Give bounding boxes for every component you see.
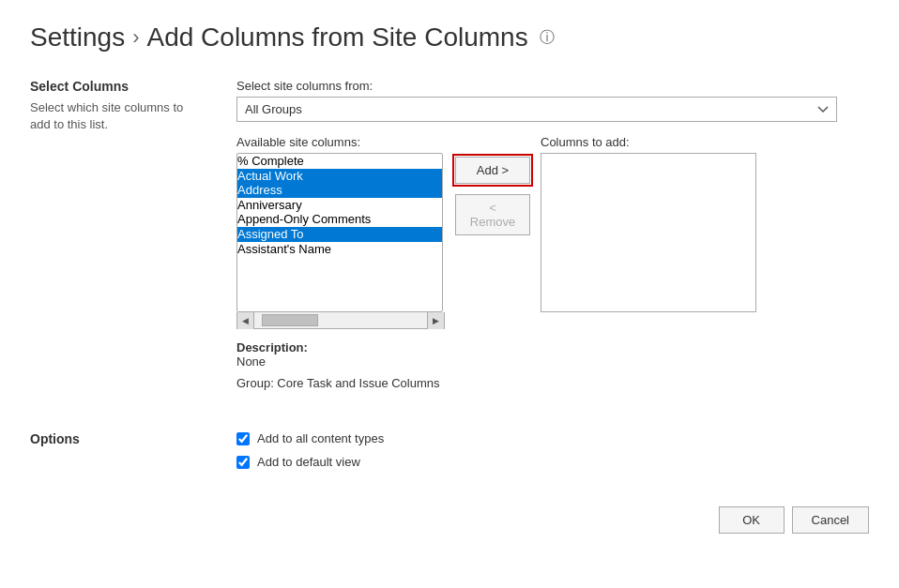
group-section: Group: Core Task and Issue Columns — [236, 376, 869, 390]
list-item[interactable]: Anniversary — [237, 198, 442, 213]
add-column-button[interactable]: Add > — [455, 157, 530, 184]
add-to-default-view-label: Add to default view — [257, 455, 360, 469]
options-list: Add to all content types Add to default … — [236, 431, 384, 469]
list-item[interactable]: Assigned To — [237, 227, 442, 242]
available-columns-list[interactable]: % Complete Actual Work Address Anniversa… — [236, 153, 443, 312]
ok-button[interactable]: OK — [719, 506, 785, 534]
columns-to-add-list — [541, 153, 756, 312]
page-title: Add Columns from Site Columns — [147, 23, 528, 53]
columns-section: Available site columns: % Complete Actua… — [236, 135, 869, 329]
site-columns-label: Select site columns from: — [236, 79, 869, 93]
available-columns-label: Available site columns: — [236, 135, 445, 149]
page-container: Settings › Add Columns from Site Columns… — [0, 0, 899, 556]
add-to-default-view-checkbox[interactable] — [236, 456, 250, 469]
add-button-wrapper: Add > — [452, 154, 533, 187]
description-section: Description: None — [236, 340, 869, 369]
columns-to-add-label: Columns to add: — [541, 135, 756, 149]
scroll-track — [254, 312, 427, 328]
columns-to-add-container: Columns to add: — [541, 135, 756, 312]
add-to-content-types-row[interactable]: Add to all content types — [236, 431, 384, 445]
scroll-thumb — [262, 314, 318, 326]
options-section: Options Add to all content types Add to … — [30, 420, 869, 469]
description-label: Description: — [236, 340, 308, 354]
add-to-content-types-label: Add to all content types — [257, 431, 384, 445]
breadcrumb-settings: Settings — [30, 23, 125, 53]
section-title: Select Columns — [30, 79, 199, 94]
options-title: Options — [30, 431, 199, 469]
description-value: None — [236, 354, 266, 369]
list-item[interactable]: Append-Only Comments — [237, 212, 442, 227]
list-item[interactable]: Assistant's Name — [237, 242, 442, 257]
remove-column-button[interactable]: < Remove — [455, 194, 530, 235]
site-columns-row: Select site columns from: All Groups Bas… — [236, 79, 869, 122]
add-remove-buttons-container: Add > < Remove — [452, 135, 533, 235]
page-header: Settings › Add Columns from Site Columns… — [30, 23, 869, 53]
section-description: Select which site columns to add to this… — [30, 99, 199, 133]
horizontal-scrollbar: ◀ ▶ — [236, 312, 445, 329]
list-item[interactable]: Actual Work — [237, 169, 442, 184]
cancel-button[interactable]: Cancel — [792, 506, 869, 534]
list-item[interactable]: Address — [237, 183, 442, 198]
scroll-right-button[interactable]: ▶ — [427, 312, 444, 329]
available-columns-container: Available site columns: % Complete Actua… — [236, 135, 445, 329]
left-panel: Select Columns Select which site columns… — [30, 79, 199, 390]
footer-buttons: OK Cancel — [30, 499, 869, 534]
scroll-left-button[interactable]: ◀ — [237, 312, 254, 329]
add-to-content-types-checkbox[interactable] — [236, 432, 250, 445]
right-panel: Select site columns from: All Groups Bas… — [236, 79, 869, 390]
content-area: Select Columns Select which site columns… — [30, 79, 869, 390]
add-to-default-view-row[interactable]: Add to default view — [236, 455, 384, 469]
info-icon[interactable]: ⓘ — [540, 28, 555, 48]
list-item[interactable]: % Complete — [237, 154, 442, 169]
breadcrumb-separator: › — [132, 25, 139, 50]
site-columns-dropdown[interactable]: All Groups Base Columns Core Contact and… — [236, 97, 837, 122]
